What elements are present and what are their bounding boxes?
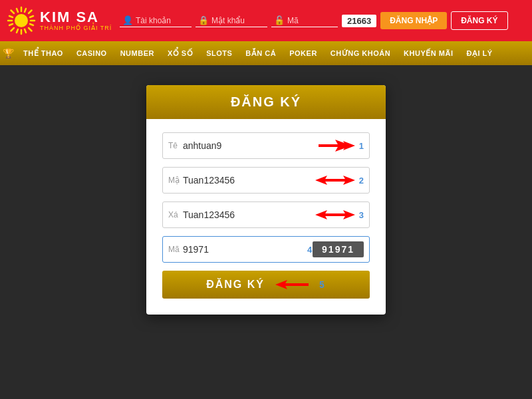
password-input-wrap: 🔒: [196, 14, 267, 27]
logo-area: KIM SA THÀNH PHỐ GIẢI TRÍ: [7, 6, 113, 35]
logo-sub: THÀNH PHỐ GIẢI TRÍ: [40, 25, 112, 31]
password-field-group: Mậ 2: [162, 167, 370, 194]
register-card: ĐĂNG KÝ Tê 1 Mậ: [146, 85, 386, 315]
header: KIM SA THÀNH PHỐ GIẢI TRÍ 👤 🔒 🔓 21663 ĐĂ…: [0, 0, 532, 41]
svg-line-7: [29, 11, 32, 14]
captcha-label: Mã: [168, 245, 180, 254]
card-body: Tê 1 Mậ 2: [146, 119, 386, 315]
account-input[interactable]: [136, 16, 189, 25]
svg-line-13: [30, 16, 33, 17]
nav-item-banca[interactable]: BẮN CÁ: [239, 41, 283, 65]
svg-line-11: [17, 9, 18, 12]
account-icon: 👤: [122, 15, 133, 25]
logo-text: KIM SA THÀNH PHỐ GIẢI TRÍ: [40, 10, 112, 31]
captcha-field-input[interactable]: [180, 244, 302, 255]
svg-line-16: [17, 29, 18, 33]
submit-number: 5: [319, 279, 326, 290]
username-arrow-icon: [315, 138, 355, 153]
account-input-wrap: 👤: [120, 14, 192, 27]
username-field-group: Tê 1: [162, 132, 370, 159]
confirm-arrow-icon: [315, 207, 355, 222]
nav-item-khuyenmai[interactable]: KHUYẾN MÃI: [397, 41, 460, 65]
submit-arrow-icon: [275, 277, 309, 292]
captcha-field-group: Mã 4 91971: [162, 236, 370, 263]
username-input[interactable]: [180, 140, 315, 151]
card-title: ĐĂNG KÝ: [231, 94, 301, 109]
trophy-icon: 🏆: [3, 48, 14, 59]
password-label: Mậ: [168, 176, 180, 185]
svg-point-0: [15, 14, 28, 27]
card-header: ĐĂNG KÝ: [146, 85, 386, 119]
nav-item-poker[interactable]: POKER: [283, 41, 324, 65]
register-submit-button[interactable]: ĐĂNG KÝ 5: [162, 271, 370, 299]
ma-icon: 🔓: [274, 15, 285, 25]
logo-icon: [7, 6, 36, 35]
login-button[interactable]: ĐĂNG NHẬP: [380, 12, 447, 29]
svg-line-15: [25, 9, 26, 12]
logo-name: KIM SA: [40, 10, 112, 25]
captcha-display-value: 91971: [313, 241, 364, 257]
confirm-number: 3: [359, 210, 364, 220]
username-number: 1: [359, 141, 364, 151]
ma-input-wrap: 🔓: [271, 14, 338, 27]
password-arrow-icon: [315, 173, 355, 188]
nav-item-daily[interactable]: ĐẠI LÝ: [460, 41, 499, 65]
confirm-field-group: Xá 3: [162, 201, 370, 228]
header-captcha: 21663: [342, 15, 376, 27]
username-label: Tê: [168, 141, 180, 150]
svg-line-14: [9, 24, 13, 25]
svg-line-10: [30, 24, 33, 25]
main-content: ĐĂNG KÝ Tê 1 Mậ: [0, 65, 532, 399]
svg-line-8: [11, 28, 15, 31]
nav-item-xoso[interactable]: XỔ SỐ: [161, 41, 200, 65]
header-inputs: 👤 🔒 🔓 21663 ĐĂNG NHẬP ĐĂNG KÝ: [120, 11, 525, 30]
header-register-button[interactable]: ĐĂNG KÝ: [451, 11, 507, 30]
nav-item-chungkhoan[interactable]: CHỨNG KHOÁN: [324, 41, 397, 65]
main-nav: 🏆 THỂ THAO CASINO NUMBER XỔ SỐ SLOTS BẮN…: [0, 41, 532, 65]
password-number: 2: [359, 176, 364, 186]
password-input[interactable]: [211, 16, 265, 25]
nav-item-casino[interactable]: CASINO: [70, 41, 114, 65]
svg-line-9: [9, 16, 13, 17]
nav-item-number[interactable]: NUMBER: [114, 41, 161, 65]
captcha-number: 4: [307, 245, 312, 255]
ma-input[interactable]: [287, 16, 314, 25]
confirm-field-input[interactable]: [180, 209, 315, 220]
svg-line-5: [11, 11, 15, 14]
nav-item-thethao[interactable]: THỂ THAO: [17, 41, 70, 65]
password-icon: 🔒: [198, 15, 209, 25]
nav-item-slots[interactable]: SLOTS: [200, 41, 239, 65]
register-submit-label: ĐĂNG KÝ: [206, 279, 265, 291]
svg-line-6: [29, 28, 32, 31]
confirm-label: Xá: [168, 210, 180, 219]
svg-line-12: [25, 29, 26, 33]
password-field-input[interactable]: [180, 175, 315, 186]
